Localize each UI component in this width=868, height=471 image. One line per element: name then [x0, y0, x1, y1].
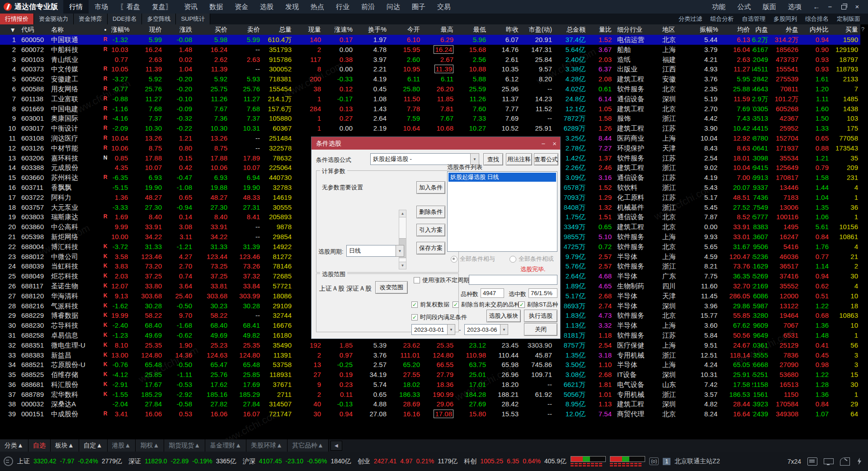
satellite-icon[interactable] — [840, 457, 850, 466]
table-row[interactable]: 39000151中成股份R3.4116.060.5316.0616.077217… — [0, 409, 860, 419]
change-range-button[interactable]: 改变范围 — [375, 281, 408, 294]
menu-item-数据[interactable]: 数据 — [203, 0, 229, 14]
pick-to-block-button[interactable]: 选股入板块 — [486, 310, 521, 322]
server-name[interactable]: 北京联通主站Z2 — [675, 457, 720, 466]
column-header-prev-close[interactable]: 昨收 — [488, 24, 521, 35]
table-row[interactable]: 2600072中船科技R10.0316.241.4816.24--3517932… — [0, 45, 860, 55]
market-tab-港股[interactable]: 港股▲ — [108, 439, 136, 452]
table-row[interactable]: 6600588用友网络R-0.7725.76-0.2025.7525.76155… — [0, 84, 860, 94]
menu-item-〖看盘[interactable]: 〖看盘 — [114, 0, 146, 14]
power-icon[interactable] — [856, 458, 863, 465]
column-header-amount[interactable]: 总金额 — [554, 24, 588, 35]
table-row[interactable]: 37688789宏华数科K-1.55185.29-2.92185.16185.2… — [0, 390, 860, 400]
market-tab-期权[interactable]: 期权▲ — [136, 439, 164, 452]
table-row[interactable]: 10603017中衡设计R-2.0910.30-0.2210.3010.3160… — [0, 123, 860, 133]
date-from-dropdown-icon[interactable]: ▼ — [447, 324, 455, 335]
close-icon[interactable]: × — [851, 2, 863, 12]
column-header-low[interactable]: 最低 — [456, 24, 488, 35]
column-header-bid[interactable]: 买价 — [194, 24, 230, 35]
menu-item-公式[interactable]: 公式 — [731, 0, 757, 14]
tool-link-组合分析[interactable]: 组合分析 — [706, 15, 738, 23]
menu-item-版面[interactable]: 版面 — [757, 0, 782, 14]
monitor-icon[interactable] — [824, 458, 834, 464]
menu-item-选项[interactable]: 选项 — [782, 0, 807, 14]
market-tab-自选[interactable]: 自选 — [28, 439, 51, 452]
column-header-avg-price[interactable]: 均价 — [720, 24, 752, 35]
market-tab-自定[interactable]: 自定▲ — [79, 439, 108, 452]
save-plan-button[interactable]: 保存方案 — [416, 242, 445, 254]
table-row[interactable]: 34688521芯原股份-UK-0.7665.48-0.5065.4765.48… — [0, 360, 860, 370]
help-icon[interactable]: ? — [861, 26, 864, 33]
menu-item-前沿[interactable]: 前沿 — [355, 0, 381, 14]
radio-all-and[interactable]: 全部条件相与 — [451, 255, 495, 263]
view-formula-button[interactable]: 查看公式 — [534, 153, 558, 165]
tab-scroll-left-icon[interactable]: ◀ — [330, 441, 342, 451]
table-row[interactable]: 35688525佰维存储K-4.1225.85-1.1125.7625.8511… — [0, 370, 860, 380]
column-header-name[interactable]: 名称 — [48, 24, 99, 35]
close-dialog-button[interactable]: 关闭 — [524, 323, 557, 336]
checkbox-forward-adjusted[interactable]: ✓前复权数据 — [411, 301, 449, 309]
tool-link-分类过滤[interactable]: 分类过滤 — [675, 15, 706, 23]
checkbox-remove-st[interactable]: ✓剔除ST品种 — [519, 301, 558, 309]
date-to-select[interactable]: 2023-03-06 — [464, 324, 500, 335]
market-tab-其它品种[interactable]: 其它品种▲ — [288, 439, 329, 452]
column-header-speed[interactable]: 涨速% — [323, 24, 355, 35]
column-header-flag[interactable]: • — [99, 24, 111, 35]
scroll-down-icon[interactable]: ▼ — [399, 262, 406, 269]
menu-item-功能[interactable]: 功能 — [706, 0, 731, 14]
column-header-rownum[interactable]: ▼ — [0, 24, 18, 35]
menu-item-行业[interactable]: 行业 — [330, 0, 355, 14]
checkbox-variable-period[interactable]: 使用涨跌不定周期 — [414, 276, 469, 284]
table-row[interactable]: 3600103青山纸业0.772.630.022.622.63915786117… — [0, 55, 860, 65]
radio-all-or[interactable]: 全部条件相或 — [509, 255, 554, 263]
menu-item-资讯[interactable]: 资讯 — [178, 0, 203, 14]
table-row[interactable]: 33688383新益昌K13.00124.8014.36124.63124.80… — [0, 350, 860, 360]
menu-item-市场[interactable]: 市场 — [89, 0, 114, 14]
connection-icon[interactable]: (o) — [649, 457, 659, 465]
scroll-up-icon[interactable]: ▲ — [399, 210, 406, 217]
find-button[interactable]: 查找 — [483, 153, 503, 165]
table-row[interactable]: 9603001奥康国际R-4.167.37-0.327.367.37105880… — [0, 113, 860, 123]
quote-tab-行情报价[interactable]: 行情报价 — [0, 14, 34, 24]
menu-item-热点[interactable]: 热点 — [305, 0, 330, 14]
index-科创[interactable]: 科创1005.256.350.64%405.9亿 — [464, 457, 566, 466]
column-header-inner-vol[interactable]: 内盘 — [752, 24, 770, 35]
period-dropdown-icon[interactable]: ▼ — [396, 245, 404, 257]
column-header-turnover[interactable]: 换手% — [355, 24, 389, 35]
keyboard-icon[interactable] — [807, 457, 817, 466]
column-header-open[interactable]: 今开 — [389, 24, 422, 35]
condition-list[interactable]: 妖股起爆选股 日线 — [447, 171, 557, 252]
table-row[interactable]: 4600373中文传媒R10.0511.391.0411.39--3000528… — [0, 64, 860, 74]
table-row[interactable]: 5600502安徽建工R-3.275.92-0.205.925.93718381… — [0, 74, 860, 84]
menu-item-发现[interactable]: 发现 — [279, 0, 305, 14]
tool-link-自选管理[interactable]: 自选管理 — [738, 15, 769, 23]
usage-note-button[interactable]: 用法注释 — [506, 153, 532, 165]
market-tab-板块[interactable]: 板块▲ — [51, 439, 79, 452]
column-header-volume[interactable]: 总量 — [262, 24, 294, 35]
quote-tab-资金博弈[interactable]: 资金博弈 — [74, 14, 108, 24]
delete-condition-button[interactable]: 删除条件 — [416, 206, 445, 218]
dialog-title-bar[interactable]: 条件选股 — [311, 137, 560, 150]
column-header-buy-vol[interactable]: 买量 — [831, 24, 860, 35]
add-condition-button[interactable]: 加入条件 — [416, 181, 445, 194]
index-沪深[interactable]: 沪深4107.45-23.10-0.56%1840亿 — [243, 457, 351, 466]
checkbox-time-range[interactable]: ✓时间段内满足条件 — [411, 313, 467, 321]
minimize-icon[interactable]: − — [824, 2, 836, 12]
dialog-minimize-icon[interactable]: − — [541, 140, 545, 147]
import-plan-button[interactable]: 引入方案 — [416, 224, 445, 236]
table-row[interactable]: 38000032深桑达A-2.0427.84-0.5827.8227.84314… — [0, 399, 860, 409]
column-header-in-out-ratio[interactable]: 内外比 — [801, 24, 831, 35]
params-scrollbar[interactable]: ▲ ▼ — [399, 210, 406, 269]
column-header-change[interactable]: 涨跌 — [164, 24, 194, 35]
quote-tab-资金驱动力[interactable]: 资金驱动力 — [34, 14, 74, 24]
menu-item-选股[interactable]: 选股 — [254, 0, 279, 14]
date-from-select[interactable]: 2023-03-01 — [411, 324, 448, 335]
column-header-high[interactable]: 最高 — [422, 24, 456, 35]
index-深证[interactable]: 深证11829.0-22.89-0.19%3365亿 — [128, 457, 236, 466]
variable-period-input[interactable] — [469, 275, 557, 285]
column-header-region[interactable]: 地区 — [659, 24, 700, 35]
restore-icon[interactable] — [837, 2, 850, 12]
market-tab-基金理财[interactable]: 基金理财▲ — [205, 439, 246, 452]
checkbox-remove-untraded[interactable]: ✓剔除当前未交易的品种 — [453, 301, 520, 309]
table-row[interactable]: 1600050中国联通R-1.325.99-0.085.985.99610.4万… — [0, 35, 860, 45]
